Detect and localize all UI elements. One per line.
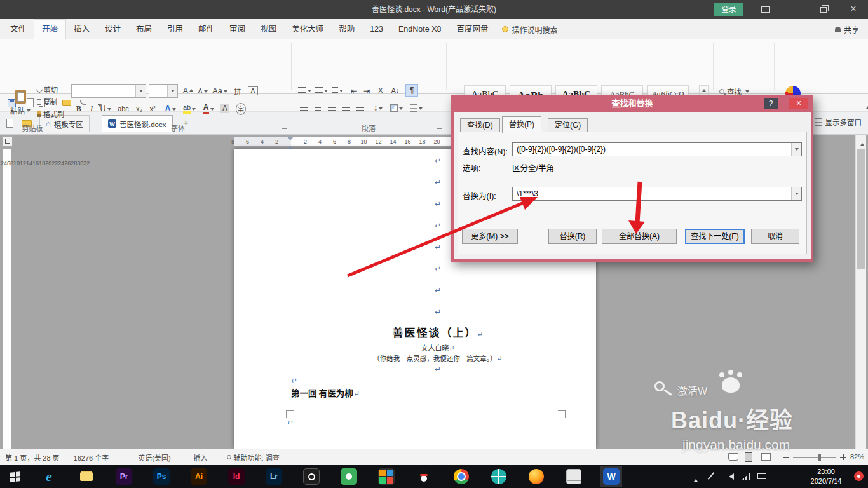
tab-baidu-pan[interactable]: 百度网盘 <box>449 20 496 39</box>
find-next-button[interactable]: 查找下一处(F) <box>685 229 745 244</box>
tray-network-icon[interactable] <box>742 472 750 480</box>
tab-references[interactable]: 引用 <box>159 20 191 39</box>
dialog-tab-replace[interactable]: 替换(P) <box>502 116 541 133</box>
replace-with-dropdown-icon[interactable] <box>791 187 801 200</box>
zoom-in-button[interactable] <box>840 454 846 460</box>
zoom-percentage[interactable]: 82% <box>850 453 864 461</box>
taskbar-chrome-icon[interactable] <box>451 466 472 487</box>
italic-button[interactable]: I <box>86 102 97 116</box>
shading-button[interactable] <box>389 102 404 114</box>
paste-button[interactable]: 粘贴 <box>5 83 36 122</box>
tab-view[interactable]: 视图 <box>253 20 284 39</box>
font-color-button[interactable]: A <box>201 102 216 116</box>
show-marks-button[interactable]: ¶ <box>405 84 418 97</box>
tab-help[interactable]: 帮助 <box>331 20 362 39</box>
more-button[interactable]: 更多(M) >> <box>462 229 518 244</box>
tray-keyboard-icon[interactable] <box>757 473 766 479</box>
grow-font-button[interactable]: A <box>181 85 195 97</box>
decrease-indent-button[interactable]: ⇤ <box>348 84 360 97</box>
cancel-button[interactable]: 取消 <box>751 229 799 244</box>
align-right-button[interactable] <box>325 102 338 114</box>
taskbar-grid-app-icon[interactable] <box>376 466 397 487</box>
tab-home[interactable]: 开始 <box>34 19 66 39</box>
numbering-button[interactable] <box>314 84 328 97</box>
font-name-combobox[interactable] <box>71 84 146 98</box>
align-left-button[interactable] <box>297 102 310 114</box>
language-indicator[interactable]: 英语(美国) <box>138 452 170 463</box>
multilevel-list-button[interactable] <box>330 84 344 97</box>
character-border-button[interactable]: A <box>247 85 259 97</box>
font-dialog-launcher-icon[interactable] <box>282 124 287 129</box>
format-painter-button[interactable]: 格式刷 <box>37 108 70 119</box>
tab-file[interactable]: 文件 <box>3 20 34 39</box>
taskbar-explorer-icon[interactable] <box>76 466 97 487</box>
superscript-button[interactable]: x² <box>146 102 159 116</box>
replace-with-combobox[interactable]: \1***\3 <box>512 187 802 201</box>
vertical-scrollbar[interactable] <box>855 135 866 449</box>
tell-me-box[interactable]: 操作说明搜索 <box>502 24 557 35</box>
accessibility-indicator[interactable]: 辅助功能: 调查 <box>227 452 280 463</box>
taskbar-globe-app-icon[interactable] <box>488 466 510 487</box>
tab-123[interactable]: 123 <box>362 20 391 39</box>
start-button[interactable] <box>4 466 25 487</box>
bullets-button[interactable] <box>297 84 311 97</box>
pinyin-guide-button[interactable]: 拼 <box>231 85 244 97</box>
font-name-dropdown-icon[interactable] <box>135 85 146 97</box>
tab-insert[interactable]: 插入 <box>66 20 97 39</box>
taskbar-indesign-icon[interactable]: Id <box>226 466 247 487</box>
taskbar-premiere-icon[interactable]: Pr <box>113 466 135 487</box>
borders-button[interactable] <box>408 102 424 114</box>
taskbar-capture-app-icon[interactable] <box>301 466 322 487</box>
taskbar-firefox-icon[interactable] <box>526 466 547 487</box>
enclose-characters-button[interactable]: 字 <box>234 102 248 116</box>
tab-beautify[interactable]: 美化大师 <box>284 20 331 39</box>
scrollbar-up-icon[interactable] <box>860 143 864 146</box>
asian-layout-button[interactable]: X <box>375 84 386 97</box>
restore-button[interactable] <box>810 0 837 19</box>
tab-endnote[interactable]: EndNote X8 <box>391 20 449 39</box>
sort-button[interactable]: A↓ <box>388 84 403 97</box>
replace-all-button[interactable]: 全部替换(A) <box>602 229 677 244</box>
tray-pen-icon[interactable] <box>708 472 715 480</box>
find-what-dropdown-icon[interactable] <box>791 143 801 156</box>
zoom-out-button[interactable] <box>783 457 789 458</box>
multi-window-button[interactable]: 显示多窗口 <box>815 117 862 127</box>
web-layout-button[interactable] <box>761 453 771 461</box>
change-case-button[interactable]: Aa <box>211 85 229 97</box>
dialog-close-button[interactable]: × <box>789 98 808 109</box>
line-spacing-button[interactable]: ↕ <box>370 102 386 114</box>
dialog-tab-goto[interactable]: 定位(G) <box>548 118 588 132</box>
align-center-button[interactable] <box>311 102 324 114</box>
minimize-button[interactable] <box>780 0 808 19</box>
font-size-dropdown-icon[interactable] <box>167 85 177 97</box>
dialog-tab-find[interactable]: 查找(D) <box>460 118 500 132</box>
tray-notification-badge-icon[interactable] <box>854 471 864 481</box>
cut-button[interactable]: 剪切 <box>37 84 65 95</box>
taskbar-qq-icon[interactable] <box>413 466 435 487</box>
taskbar-green-app-icon[interactable] <box>338 466 360 487</box>
tab-design[interactable]: 设计 <box>97 20 128 39</box>
dialog-titlebar[interactable]: 查找和替换 ? × <box>451 95 813 112</box>
increase-indent-button[interactable]: ⇥ <box>361 84 372 97</box>
login-button[interactable]: 登录 <box>714 3 743 16</box>
close-button[interactable]: × <box>839 0 868 19</box>
paragraph-dialog-launcher-icon[interactable] <box>437 124 442 129</box>
taskbar-ie-icon[interactable]: e <box>38 466 60 487</box>
taskbar-illustrator-icon[interactable]: Ai <box>188 466 210 487</box>
tab-selector-box[interactable] <box>2 136 13 147</box>
highlight-button[interactable]: ab <box>180 102 198 116</box>
page-indicator[interactable]: 第 1 页，共 28 页 <box>5 452 60 463</box>
taskbar-word-icon[interactable]: W <box>600 466 622 487</box>
underline-button[interactable]: U <box>97 102 114 116</box>
tab-review[interactable]: 审阅 <box>222 20 253 39</box>
copy-button[interactable]: 复制 <box>37 96 65 107</box>
insert-mode-indicator[interactable]: 插入 <box>194 452 208 463</box>
bold-button[interactable]: B <box>72 102 85 116</box>
replace-button-dialog[interactable]: 替换(R) <box>548 229 597 244</box>
taskbar-photoshop-icon[interactable]: Ps <box>151 466 172 487</box>
text-effects-button[interactable]: A <box>163 102 178 116</box>
distribute-button[interactable] <box>353 102 366 114</box>
zoom-slider-thumb[interactable] <box>818 454 821 461</box>
scrollbar-thumb[interactable] <box>857 149 865 269</box>
subscript-button[interactable]: x₂ <box>133 102 146 116</box>
